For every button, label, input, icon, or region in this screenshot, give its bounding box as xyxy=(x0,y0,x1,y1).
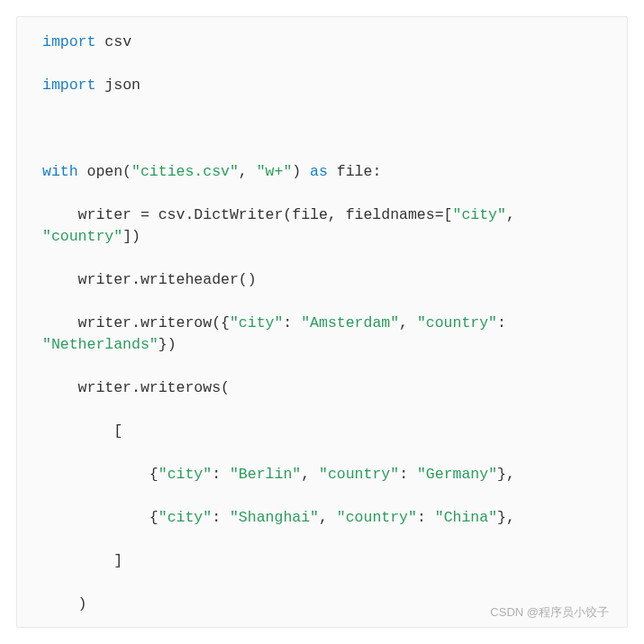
string-literal: "Amsterdam" xyxy=(301,314,399,331)
code-line: [ xyxy=(42,421,602,442)
code-text: : xyxy=(212,466,230,483)
code-text: ) xyxy=(292,163,310,180)
string-literal: "Germany" xyxy=(417,466,497,483)
code-line-blank xyxy=(42,572,602,594)
code-text: file: xyxy=(328,163,381,180)
string-literal: "country" xyxy=(42,228,122,245)
code-line-blank xyxy=(42,442,602,464)
code-text: : xyxy=(417,509,435,526)
code-text: : xyxy=(497,314,515,331)
code-line-blank xyxy=(42,529,602,550)
code-text: csv xyxy=(95,33,132,50)
string-literal: "country" xyxy=(337,509,417,526)
keyword: as xyxy=(310,163,328,180)
code-line-blank xyxy=(42,53,602,75)
code-line-blank xyxy=(42,140,602,161)
code-text: , xyxy=(506,206,524,223)
code-line: writer.writeheader() xyxy=(42,269,602,291)
code-line: import json xyxy=(42,75,602,96)
string-literal: "Shanghai" xyxy=(230,509,319,526)
string-literal: "Berlin" xyxy=(230,466,301,483)
keyword: import xyxy=(42,33,95,50)
string-literal: "country" xyxy=(417,314,497,331)
code-text: , xyxy=(239,163,257,180)
string-literal: "country" xyxy=(319,466,399,483)
code-line: with open("cities.csv", "w+") as file: xyxy=(42,161,602,183)
code-line-blank xyxy=(42,183,602,204)
code-text: writer.writeheader() xyxy=(42,271,257,288)
code-line: ] xyxy=(42,550,602,572)
code-text: , xyxy=(319,509,337,526)
code-line-blank xyxy=(42,399,602,421)
code-text: , xyxy=(399,314,417,331)
code-block: import csv import json with open("cities… xyxy=(16,16,628,628)
watermark-text: CSDN @程序员小饺子 xyxy=(490,604,609,621)
code-text: writer.writerows( xyxy=(42,379,230,396)
string-literal: "China" xyxy=(435,509,497,526)
code-line-blank xyxy=(42,485,602,507)
code-text: }, xyxy=(497,509,515,526)
code-text: open( xyxy=(78,163,132,180)
string-literal: "city" xyxy=(159,466,212,483)
code-line: writer.writerow({"city": "Amsterdam", "c… xyxy=(42,313,602,334)
string-literal: "Netherlands" xyxy=(42,336,159,353)
code-text: writer.writerow({ xyxy=(42,314,230,331)
code-text: json xyxy=(95,77,141,94)
keyword: import xyxy=(42,77,95,94)
code-text: }) xyxy=(159,336,177,353)
code-text: ] xyxy=(42,552,122,569)
string-literal: "w+" xyxy=(257,163,293,180)
code-text: [ xyxy=(42,422,122,440)
code-line: {"city": "Shanghai", "country": "China"}… xyxy=(42,507,602,529)
string-literal: "city" xyxy=(452,206,505,223)
code-text: , xyxy=(301,466,319,483)
code-line-blank xyxy=(42,356,602,377)
string-literal: "city" xyxy=(159,509,212,526)
code-text: writer = csv.DictWriter(file, fieldnames… xyxy=(42,206,452,223)
code-text: : xyxy=(399,466,417,483)
code-line: import csv xyxy=(42,32,602,53)
code-line-blank xyxy=(42,118,602,140)
code-line: "Netherlands"}) xyxy=(42,334,602,356)
code-line: {"city": "Berlin", "country": "Germany"}… xyxy=(42,464,602,485)
code-line-blank xyxy=(42,291,602,313)
code-text: ) xyxy=(42,595,87,612)
code-line: "country"]) xyxy=(42,226,602,248)
code-text: : xyxy=(283,314,301,331)
code-line-blank xyxy=(42,96,602,118)
code-text: ]) xyxy=(122,228,141,245)
code-line: writer = csv.DictWriter(file, fieldnames… xyxy=(42,204,602,226)
code-line: writer.writerows( xyxy=(42,377,602,399)
code-text: : xyxy=(212,509,230,526)
code-text: { xyxy=(42,509,159,526)
string-literal: "city" xyxy=(230,314,283,331)
code-text: { xyxy=(42,466,159,483)
keyword: with xyxy=(42,163,78,180)
string-literal: "cities.csv" xyxy=(132,163,239,180)
code-line-blank xyxy=(42,248,602,269)
code-text: }, xyxy=(497,466,515,483)
